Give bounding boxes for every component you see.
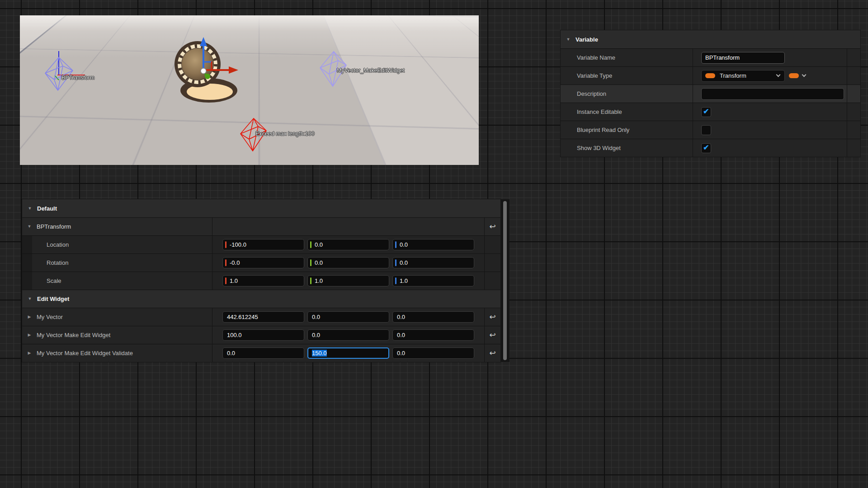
row-instance-editable: Instance Editable ✔ bbox=[561, 103, 860, 121]
reset-to-default-button[interactable]: ↩ bbox=[489, 223, 495, 230]
details-scrollbar-track[interactable] bbox=[500, 199, 509, 362]
actor-label-myvector-makeeditwidget: MyVector_MakeEditWidget bbox=[337, 67, 405, 74]
my-vector-label: My Vector bbox=[37, 314, 63, 320]
location-x-field[interactable]: -100.0 bbox=[222, 239, 304, 250]
y-axis-bar-icon bbox=[310, 241, 311, 248]
instance-editable-checkbox[interactable]: ✔ bbox=[701, 107, 711, 117]
row-location: Location -100.0 0.0 0.0 bbox=[22, 235, 500, 253]
row-description: Description bbox=[561, 84, 860, 103]
variable-details-panel: ▼ Variable Variable Name BPTransform Var… bbox=[561, 30, 860, 157]
mvmew-z-value: 0.0 bbox=[397, 332, 405, 338]
expander-down-icon[interactable]: ▼ bbox=[27, 225, 32, 229]
mvmewv-y-value-selected: 150.0 bbox=[312, 350, 327, 357]
scale-y-field[interactable]: 1.0 bbox=[307, 275, 389, 286]
x-axis-bar-icon bbox=[225, 241, 226, 248]
scale-z-field[interactable]: 1.0 bbox=[392, 275, 474, 286]
my-vector-y-value: 0.0 bbox=[312, 314, 320, 320]
container-type-dropdown[interactable] bbox=[789, 73, 806, 78]
instance-editable-label: Instance Editable bbox=[577, 108, 622, 115]
z-axis-bar-icon bbox=[395, 241, 396, 248]
scale-y-value: 1.0 bbox=[315, 277, 323, 284]
edit-widget-section-title: Edit Widget bbox=[37, 296, 69, 302]
z-axis-bar-icon bbox=[395, 277, 396, 284]
variable-name-input[interactable]: BPTransform bbox=[701, 52, 785, 64]
chevron-down-icon bbox=[776, 73, 781, 77]
row-bptransform: ▼ BPTransform ↩ bbox=[22, 217, 500, 235]
actor-label-exceed-max-length: Exceed max length:100 bbox=[255, 131, 315, 137]
show-3d-widget-checkbox[interactable]: ✔ bbox=[701, 143, 711, 153]
expander-right-icon[interactable]: ▶ bbox=[27, 315, 32, 319]
rotation-z-value: 0.0 bbox=[400, 259, 408, 266]
expander-right-icon[interactable]: ▶ bbox=[27, 333, 32, 337]
location-y-field[interactable]: 0.0 bbox=[307, 239, 389, 250]
expander-down-icon: ▼ bbox=[27, 297, 33, 301]
mvmewv-x-value: 0.0 bbox=[227, 350, 235, 357]
defaults-details-panel: ▼ Default ▼ BPTransform ↩ Location -100.… bbox=[22, 199, 500, 362]
variable-name-label: Variable Name bbox=[577, 54, 615, 61]
details-scrollbar-thumb[interactable] bbox=[503, 201, 507, 360]
bptransform-row-label: BPTransform bbox=[37, 223, 71, 230]
rotation-z-field[interactable]: 0.0 bbox=[392, 257, 474, 268]
row-show-3d-widget: Show 3D Widget ✔ bbox=[561, 139, 860, 157]
mvmewv-y-field-focused[interactable]: 150.0 bbox=[307, 347, 389, 359]
default-section-title: Default bbox=[37, 205, 57, 212]
row-scale: Scale 1.0 1.0 1.0 bbox=[22, 272, 500, 290]
check-icon: ✔ bbox=[703, 108, 709, 115]
reset-to-default-button[interactable]: ↩ bbox=[489, 349, 495, 357]
mvmew-y-field[interactable]: 0.0 bbox=[307, 329, 389, 341]
my-vector-y-field[interactable]: 0.0 bbox=[307, 311, 389, 323]
location-z-field[interactable]: 0.0 bbox=[392, 239, 474, 250]
z-axis-bar-icon bbox=[395, 259, 396, 266]
row-my-vector: ▶ My Vector 442.612245 0.0 0.0 ↩ bbox=[22, 308, 500, 326]
variable-type-dropdown[interactable]: Transform bbox=[701, 70, 785, 82]
rotation-y-field[interactable]: 0.0 bbox=[307, 257, 389, 268]
mvmew-x-value: 100.0 bbox=[227, 332, 242, 338]
location-y-value: 0.0 bbox=[315, 241, 323, 248]
edit-widget-section-header[interactable]: ▼ Edit Widget bbox=[22, 290, 500, 308]
chevron-down-icon bbox=[802, 73, 807, 77]
blueprint-3d-viewport[interactable]: BPTransform MyVector_MakeEditWidget bbox=[20, 15, 479, 165]
y-axis-bar-icon bbox=[310, 277, 311, 284]
mvmewv-z-field[interactable]: 0.0 bbox=[392, 347, 474, 359]
variable-type-value: Transform bbox=[720, 72, 746, 79]
variable-section-header[interactable]: ▼ Variable bbox=[561, 30, 860, 48]
my-vector-z-field[interactable]: 0.0 bbox=[392, 311, 474, 323]
scale-z-value: 1.0 bbox=[400, 277, 408, 284]
expander-right-icon[interactable]: ▶ bbox=[27, 351, 32, 355]
rotation-x-field[interactable]: -0.0 bbox=[222, 257, 304, 268]
mvmew-y-value: 0.0 bbox=[312, 332, 320, 338]
my-vector-x-value: 442.612245 bbox=[227, 314, 258, 320]
variable-type-label: Variable Type bbox=[577, 72, 612, 79]
bptransform-widget-wireframe[interactable] bbox=[36, 50, 87, 93]
scale-x-value: 1.0 bbox=[230, 277, 238, 284]
mvmewv-x-field[interactable]: 0.0 bbox=[222, 347, 304, 359]
check-icon: ✔ bbox=[703, 144, 709, 151]
expander-down-icon: ▼ bbox=[27, 206, 33, 211]
my-vector-z-value: 0.0 bbox=[397, 314, 405, 320]
y-axis-bar-icon bbox=[310, 259, 311, 266]
blueprint-read-only-label: Blueprint Read Only bbox=[577, 127, 629, 133]
container-type-pill-icon bbox=[789, 73, 799, 78]
default-section-header[interactable]: ▼ Default bbox=[22, 199, 500, 217]
row-variable-name: Variable Name BPTransform bbox=[561, 48, 860, 66]
mvmew-x-field[interactable]: 100.0 bbox=[222, 329, 304, 341]
location-x-value: -100.0 bbox=[230, 241, 246, 248]
description-label: Description bbox=[577, 90, 606, 97]
reset-to-default-button[interactable]: ↩ bbox=[489, 331, 495, 339]
my-vector-make-edit-widget-label: My Vector Make Edit Widget bbox=[37, 332, 110, 338]
x-axis-bar-icon bbox=[225, 277, 226, 284]
actor-sphere-billboard[interactable] bbox=[174, 32, 250, 104]
row-rotation: Rotation -0.0 0.0 0.0 bbox=[22, 253, 500, 272]
blueprint-read-only-checkbox[interactable] bbox=[701, 125, 711, 135]
mvmew-z-field[interactable]: 0.0 bbox=[392, 329, 474, 341]
row-my-vector-make-edit-widget-validate: ▶ My Vector Make Edit Widget Validate 0.… bbox=[22, 344, 500, 362]
description-input[interactable] bbox=[701, 88, 844, 100]
rotation-x-value: -0.0 bbox=[230, 259, 240, 266]
my-vector-x-field[interactable]: 442.612245 bbox=[222, 311, 304, 323]
row-variable-type: Variable Type Transform bbox=[561, 66, 860, 84]
scale-x-field[interactable]: 1.0 bbox=[222, 275, 304, 286]
location-z-value: 0.0 bbox=[400, 241, 408, 248]
actor-label-bptransform: BPTransform bbox=[61, 75, 94, 81]
reset-to-default-button[interactable]: ↩ bbox=[489, 313, 495, 321]
rotation-y-value: 0.0 bbox=[315, 259, 323, 266]
